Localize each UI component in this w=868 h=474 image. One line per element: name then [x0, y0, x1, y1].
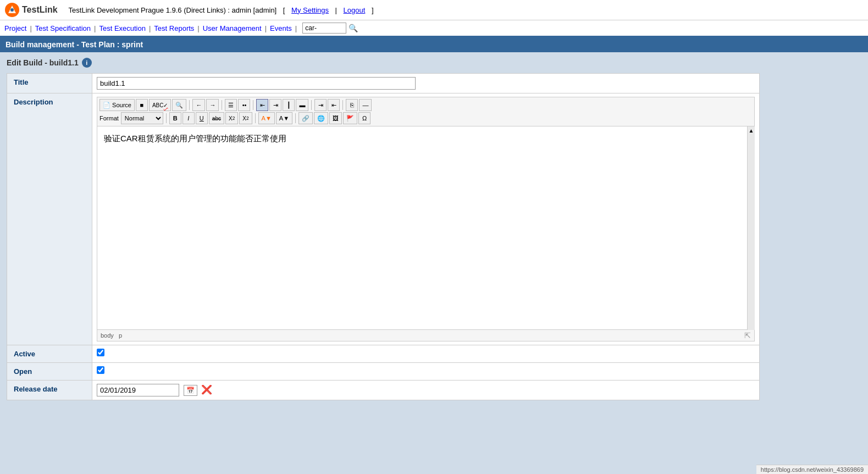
nav-sep-4: |: [197, 24, 199, 32]
title-value-cell: [92, 74, 760, 93]
active-label: Active: [7, 345, 92, 363]
logo-area: TestLink: [4, 2, 58, 18]
toolbar-row-1: 📄 Source ■ ABC✓ 🔍 ← → ☰ •• ⇤ ⇥ ┃: [99, 99, 752, 111]
active-checkbox-cell: [92, 345, 760, 363]
header-version: TestLink Development Prague 1.9.6 (Direc…: [69, 6, 277, 14]
logo-text: TestLink: [22, 5, 58, 15]
svg-point-2: [10, 8, 14, 12]
toolbar-spellcheck-btn[interactable]: ABC✓: [149, 99, 172, 111]
toolbar-link-btn[interactable]: 🔗: [298, 112, 313, 124]
editor-toolbar-row1: 📄 Source ■ ABC✓ 🔍 ← → ☰ •• ⇤ ⇥ ┃: [97, 97, 755, 126]
toolbar-strikethrough-btn[interactable]: abc: [209, 112, 224, 124]
nav-events[interactable]: Events: [270, 24, 292, 32]
nav-test-execution[interactable]: Test Execution: [99, 24, 146, 32]
toolbar-bold-btn[interactable]: B: [169, 112, 181, 124]
title-label: Title: [7, 74, 92, 93]
top-bar: TestLink TestLink Development Prague 1.9…: [0, 0, 868, 20]
release-date-value-cell: 📅 ❌: [92, 381, 760, 400]
nav-sep-2: |: [94, 24, 96, 32]
toolbar-align-center-btn[interactable]: ⇥: [269, 99, 281, 111]
header-bracket-close: ]: [369, 6, 373, 14]
title-row: Title: [7, 74, 760, 93]
form-table: Title Description 📄 Source ■ ABC✓ 🔍 ←: [7, 73, 760, 400]
nav-test-reports[interactable]: Test Reports: [154, 24, 194, 32]
editor-scrollbar[interactable]: ▲: [747, 126, 755, 330]
edit-build-label: Edit Build - build1.1: [7, 58, 79, 67]
search-button[interactable]: 🔍: [347, 24, 359, 32]
toolbar-undo-btn[interactable]: ←: [192, 99, 205, 111]
description-label: Description: [7, 93, 92, 345]
statusbar-tags: body p: [101, 332, 122, 339]
toolbar-media-btn[interactable]: 🖼: [329, 112, 342, 124]
nav-sep-3: |: [149, 24, 151, 32]
calendar-button[interactable]: 📅: [184, 385, 197, 396]
toolbar-font-color-btn[interactable]: A▼: [258, 112, 275, 124]
toolbar-hr-btn[interactable]: —: [359, 99, 372, 111]
editor-text: 验证CAR租赁系统的用户管理的功能能否正常使用: [104, 134, 286, 143]
nav-project[interactable]: Project: [4, 24, 26, 32]
toolbar-align-left-btn[interactable]: ⇤: [256, 99, 268, 111]
toolbar-row-2: Format Normal Heading 1 Heading 2 Headin…: [99, 112, 752, 124]
toolbar-doctype-btn[interactable]: ■: [136, 99, 148, 111]
open-checkbox[interactable]: [97, 366, 104, 374]
description-row: Description 📄 Source ■ ABC✓ 🔍 ← → ☰ ••: [7, 93, 760, 345]
active-checkbox[interactable]: [97, 349, 104, 356]
toolbar-underline-btn[interactable]: U: [196, 112, 208, 124]
toolbar-flag-btn[interactable]: 🚩: [343, 112, 357, 124]
testlink-logo-icon: [4, 2, 20, 18]
search-input[interactable]: [302, 23, 346, 34]
editor-statusbar: body p ⇱: [97, 330, 755, 341]
toolbar-redo-btn[interactable]: →: [206, 99, 219, 111]
open-label: Open: [7, 363, 92, 381]
toolbar-align-justify-btn[interactable]: ▬: [296, 99, 308, 111]
toolbar-image-btn[interactable]: 🌐: [314, 112, 328, 124]
nav-user-management[interactable]: User Management: [203, 24, 262, 32]
active-row: Active: [7, 345, 760, 363]
toolbar-ol-btn[interactable]: ☰: [225, 99, 237, 111]
statusbar-p: p: [119, 332, 122, 339]
statusbar-body: body: [101, 332, 114, 339]
toolbar-italic-btn[interactable]: I: [183, 112, 195, 124]
open-row: Open: [7, 363, 760, 381]
release-date-input[interactable]: [97, 384, 179, 396]
toolbar-table-btn[interactable]: ⎘: [346, 99, 358, 111]
format-label: Format: [99, 115, 119, 122]
release-date-label: Release date: [7, 381, 92, 400]
toolbar-sep-4: [311, 100, 312, 110]
open-checkbox-cell: [92, 363, 760, 381]
header-sep1: |: [333, 6, 339, 14]
content: Edit Build - build1.1 i Title Descriptio…: [0, 52, 868, 406]
page-title-bar: Build management - Test Plan : sprint: [0, 37, 868, 52]
nav-test-specification[interactable]: Test Specification: [35, 24, 91, 32]
toolbar-special-char-btn[interactable]: Ω: [358, 112, 371, 124]
nav-sep-5: |: [265, 24, 267, 32]
toolbar-align-right-btn[interactable]: ┃: [283, 99, 295, 111]
resize-handle-icon[interactable]: ⇱: [744, 331, 751, 340]
toolbar-outdent-btn[interactable]: ⇤: [328, 99, 340, 111]
editor-content[interactable]: 验证CAR租赁系统的用户管理的功能能否正常使用: [97, 126, 755, 330]
page-title: Build management - Test Plan : sprint: [5, 40, 143, 49]
toolbar-sep-8: [295, 113, 296, 123]
edit-build-header: Edit Build - build1.1 i: [7, 58, 861, 68]
toolbar-ul-btn[interactable]: ••: [238, 99, 250, 111]
toolbar-indent-btn[interactable]: ⇥: [314, 99, 327, 111]
toolbar-find-btn[interactable]: 🔍: [172, 99, 186, 111]
logout-link[interactable]: Logout: [344, 6, 366, 14]
toolbar-superscript-btn[interactable]: X2: [239, 112, 252, 124]
format-select[interactable]: Normal Heading 1 Heading 2 Heading 3: [121, 112, 163, 124]
toolbar-sep-2: [222, 100, 222, 110]
info-icon[interactable]: i: [82, 58, 92, 68]
editor-wrapper: 验证CAR租赁系统的用户管理的功能能否正常使用 ▲: [97, 126, 755, 330]
date-clear-button[interactable]: ❌: [201, 384, 212, 395]
nav-sep-6: |: [295, 24, 297, 32]
scroll-up-icon[interactable]: ▲: [748, 126, 755, 135]
toolbar-subscript-btn[interactable]: X2: [225, 112, 238, 124]
toolbar-highlight-btn[interactable]: A▼: [276, 112, 292, 124]
toolbar-source-btn[interactable]: 📄 Source: [99, 99, 135, 111]
title-input[interactable]: [97, 77, 416, 90]
header-bracket-open: [: [281, 6, 287, 14]
toolbar-sep-5: [342, 100, 343, 110]
toolbar-sep-6: [166, 113, 167, 123]
toolbar-sep-3: [253, 100, 253, 110]
my-settings-link[interactable]: My Settings: [291, 6, 329, 14]
